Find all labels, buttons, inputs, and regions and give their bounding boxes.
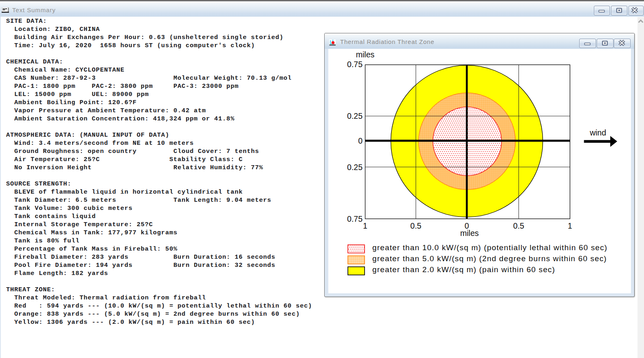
svg-text:0.75: 0.75 (347, 214, 363, 223)
svg-text:greater than 5.0 kW/(sq m) (2n: greater than 5.0 kW/(sq m) (2nd degree b… (372, 254, 607, 263)
svg-text:0.5: 0.5 (410, 221, 421, 230)
svg-text:miles: miles (356, 50, 375, 59)
svg-text:0.75: 0.75 (347, 60, 363, 69)
svg-text:0.25: 0.25 (347, 111, 363, 120)
svg-text:miles: miles (460, 229, 479, 238)
svg-text:0.5: 0.5 (513, 221, 524, 230)
svg-text:greater than 10.0 kW/(sq m) (p: greater than 10.0 kW/(sq m) (potentially… (372, 243, 607, 252)
svg-text:1: 1 (363, 221, 367, 230)
svg-text:0.25: 0.25 (347, 163, 363, 172)
svg-text:0: 0 (358, 136, 363, 145)
svg-text:greater than 2.0 kW/(sq m) (pa: greater than 2.0 kW/(sq m) (pain within … (372, 265, 555, 274)
svg-text:wind: wind (589, 128, 606, 137)
svg-text:1: 1 (568, 221, 572, 230)
